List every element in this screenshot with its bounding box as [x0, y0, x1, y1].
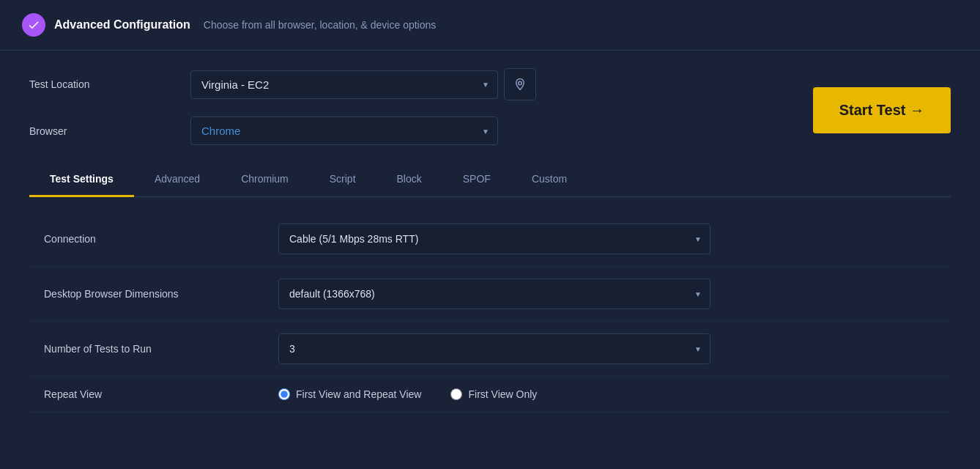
- browser-select[interactable]: Chrome Firefox Edge Safari: [190, 117, 498, 145]
- tab-spof[interactable]: SPOF: [442, 161, 511, 196]
- num-tests-control: 1 2 3 5 9: [278, 333, 951, 364]
- dimensions-row: Desktop Browser Dimensions default (1366…: [29, 267, 951, 322]
- test-location-label: Test Location: [29, 78, 190, 90]
- repeat-view-label: Repeat View: [29, 388, 278, 400]
- repeat-view-radio-group: First View and Repeat View First View On…: [278, 388, 951, 400]
- browser-label: Browser: [29, 125, 190, 137]
- connection-label: Connection: [29, 233, 278, 245]
- test-location-select-wrapper: Virginia - EC2 California - EC2 Oregon -…: [190, 70, 498, 99]
- map-location-button[interactable]: [504, 68, 536, 100]
- num-tests-label: Number of Tests to Run: [29, 343, 278, 355]
- main-content: Test Location Virginia - EC2 California …: [0, 51, 980, 445]
- start-test-button[interactable]: Start Test →: [813, 87, 951, 133]
- top-banner: Advanced Configuration Choose from all b…: [0, 0, 980, 51]
- repeat-view-first-and-repeat-radio[interactable]: [278, 388, 290, 400]
- repeat-view-first-only-radio[interactable]: [450, 388, 462, 400]
- svg-point-0: [519, 81, 522, 85]
- dimensions-label: Desktop Browser Dimensions: [29, 288, 278, 300]
- tab-test-settings[interactable]: Test Settings: [29, 161, 134, 196]
- check-icon: [27, 18, 40, 32]
- dimensions-select[interactable]: default (1366x768) 1280x1024 1920x1080 2…: [278, 278, 710, 309]
- tab-custom[interactable]: Custom: [511, 161, 587, 196]
- connection-row: Connection Cable (5/1 Mbps 28ms RTT) DSL…: [29, 212, 951, 267]
- browser-select-wrapper: Chrome Firefox Edge Safari: [190, 117, 498, 145]
- browser-controls: Chrome Firefox Edge Safari: [190, 117, 498, 145]
- dimensions-select-wrapper: default (1366x768) 1280x1024 1920x1080 2…: [278, 278, 710, 309]
- tab-script[interactable]: Script: [309, 161, 376, 196]
- map-pin-icon: [513, 78, 527, 91]
- dimensions-control: default (1366x768) 1280x1024 1920x1080 2…: [278, 278, 951, 309]
- test-location-controls: Virginia - EC2 California - EC2 Oregon -…: [190, 68, 536, 100]
- num-tests-select[interactable]: 1 2 3 5 9: [278, 333, 710, 364]
- repeat-view-control: First View and Repeat View First View On…: [278, 388, 951, 400]
- num-tests-select-wrapper: 1 2 3 5 9: [278, 333, 710, 364]
- banner-icon: [22, 13, 45, 37]
- tab-chromium[interactable]: Chromium: [220, 161, 309, 196]
- repeat-view-first-and-repeat-label: First View and Repeat View: [296, 388, 421, 400]
- repeat-view-row: Repeat View First View and Repeat View F…: [29, 377, 951, 413]
- tabs-container: Test Settings Advanced Chromium Script B…: [29, 161, 951, 197]
- repeat-view-first-only-label: First View Only: [468, 388, 537, 400]
- repeat-view-first-and-repeat-option[interactable]: First View and Repeat View: [278, 388, 421, 400]
- connection-select[interactable]: Cable (5/1 Mbps 28ms RTT) DSL (1.5/0.384…: [278, 224, 710, 254]
- banner-title: Advanced Configuration: [54, 18, 190, 32]
- banner-subtitle: Choose from all browser, location, & dev…: [204, 19, 437, 31]
- test-location-select[interactable]: Virginia - EC2 California - EC2 Oregon -…: [190, 70, 498, 99]
- settings-panel: Connection Cable (5/1 Mbps 28ms RTT) DSL…: [29, 197, 951, 427]
- connection-select-wrapper: Cable (5/1 Mbps 28ms RTT) DSL (1.5/0.384…: [278, 224, 710, 254]
- repeat-view-first-only-option[interactable]: First View Only: [450, 388, 537, 400]
- num-tests-row: Number of Tests to Run 1 2 3 5 9: [29, 322, 951, 377]
- tab-block[interactable]: Block: [376, 161, 442, 196]
- connection-control: Cable (5/1 Mbps 28ms RTT) DSL (1.5/0.384…: [278, 224, 951, 254]
- tab-advanced[interactable]: Advanced: [134, 161, 220, 196]
